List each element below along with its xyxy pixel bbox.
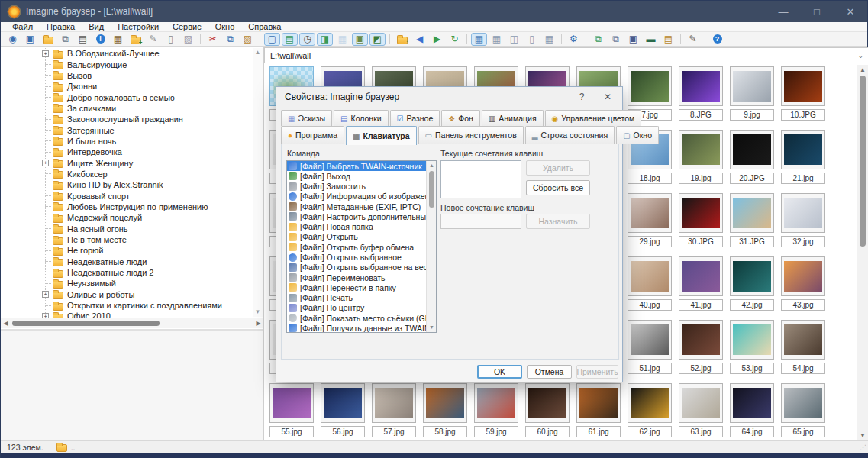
layout-tiles-button[interactable]: ▦	[541, 33, 557, 46]
expand-plus-icon[interactable]: +	[42, 50, 49, 57]
command-list-item[interactable]: [Файл] Настроить дополнительные про	[287, 211, 427, 221]
thumbnail-cell[interactable]: 42.jpg	[730, 256, 774, 311]
command-list-item[interactable]: [Файл] Информация об изображении	[287, 192, 427, 202]
tree-item[interactable]: Не в том месте	[1, 234, 253, 245]
command-list-item[interactable]: [Файл] По центру	[287, 303, 427, 313]
thumbnail-cell[interactable]: 40.jpg	[628, 256, 672, 311]
current-folder-cell[interactable]: ..	[50, 441, 82, 453]
tree-item[interactable]: Любовь Инструкция по применению	[1, 202, 253, 212]
capture-button[interactable]: ▣	[625, 33, 641, 46]
toggle-preview-button[interactable]: ◨	[317, 33, 333, 46]
expand-plus-icon[interactable]: +	[42, 160, 49, 166]
layout-thumbnails-button[interactable]: ▦	[471, 33, 487, 46]
tab-окно[interactable]: ▢Окно	[616, 126, 659, 144]
tree-item[interactable]: Неадекватные люди 2	[1, 267, 253, 278]
tab-клавиатура[interactable]: ▦Клавиатура	[346, 126, 416, 145]
copy-to-button[interactable]: ⧉	[57, 33, 73, 46]
thumbnail-cell[interactable]: 10.JPG	[781, 66, 825, 121]
thumbnail-cell[interactable]: 19.jpg	[679, 130, 723, 184]
new-folder-button[interactable]: +	[127, 33, 144, 46]
thumbnail-cell[interactable]: 59.jpg	[474, 383, 518, 437]
toggle-columns-button[interactable]: ▤	[282, 33, 298, 46]
menu-item-настройки[interactable]: Настройки	[111, 22, 166, 31]
tree-item[interactable]: Открытки и картинки с поздравлениями	[1, 300, 253, 311]
layout-small-button[interactable]: ▦	[489, 33, 505, 46]
menu-item-окно[interactable]: Окно	[208, 22, 242, 31]
tree-vertical-scrollbar[interactable]: ▲ ▼	[253, 48, 263, 317]
toggle-image-mode-button[interactable]: ◩	[369, 33, 386, 46]
address-dropdown-icon[interactable]: ⌄	[857, 52, 863, 60]
thumbnail-cell[interactable]: 65.jpg	[781, 383, 825, 437]
ok-button[interactable]: OK	[477, 365, 522, 379]
tree-item[interactable]: Интердевочка	[1, 147, 253, 157]
resize-grip[interactable]: ⋰	[860, 443, 866, 451]
help-button[interactable]: ?	[709, 33, 725, 46]
scroll-down-icon[interactable]: ▼	[857, 431, 868, 440]
view-button[interactable]: ◉	[5, 33, 21, 46]
scroll-up-icon[interactable]: ▲	[427, 161, 437, 170]
print-button[interactable]: ▤	[75, 33, 91, 46]
scroll-down-icon[interactable]: ▼	[427, 323, 437, 332]
grid-faint-button[interactable]: ▦	[334, 33, 350, 46]
tree-item[interactable]: +Оливье и роботы	[1, 289, 253, 300]
tree-item[interactable]: За спичками	[1, 103, 253, 114]
command-list-item[interactable]: [Файл] Выход	[287, 171, 427, 181]
thumbnail-cell[interactable]: 63.jpg	[679, 383, 723, 437]
tree-item[interactable]: Вальсирующие	[1, 59, 253, 69]
command-list-item[interactable]: [Файл] Открыть выбранное на весь экр	[287, 263, 427, 273]
tree-item[interactable]: Джонни	[1, 81, 253, 92]
thumbnail-cell[interactable]: 60.jpg	[525, 383, 570, 437]
forward-button[interactable]: ▶	[429, 33, 445, 46]
tab-фон[interactable]: ❖Фон	[441, 110, 480, 126]
thumbnail-cell[interactable]: 31.JPG	[730, 193, 774, 247]
tree-item[interactable]: Добро пожаловать в семью	[1, 92, 253, 102]
thumbnail-cell[interactable]: 20.JPG	[730, 130, 774, 184]
tab-программа[interactable]: ●Программа	[281, 126, 344, 144]
thumbnail-cell[interactable]: 43.jpg	[781, 256, 825, 311]
copy-button[interactable]: ⧉	[222, 33, 238, 46]
rename-button[interactable]: ✎	[145, 33, 161, 46]
thumbnail-cell[interactable]: 8.JPG	[679, 66, 723, 121]
scrollbar-thumb[interactable]	[860, 76, 866, 247]
thumbnail-cell[interactable]: 52.jpg	[679, 320, 723, 374]
scroll-left-icon[interactable]: ◀	[1, 318, 11, 328]
tab-строка-состояния[interactable]: ▂Строка состояния	[525, 126, 615, 144]
command-list-item[interactable]: [Файл] Открыть буфер обмена	[287, 242, 427, 252]
metadata-button[interactable]: ▦	[110, 33, 126, 46]
menu-item-вид[interactable]: Вид	[82, 22, 111, 31]
thumbnail-cell[interactable]: 56.jpg	[321, 383, 365, 437]
tree-item[interactable]: Вызов	[1, 70, 253, 81]
command-list-item[interactable]: [Файл] Новая папка	[287, 222, 427, 232]
address-bar[interactable]: L:\wall\wall ⌄	[264, 47, 868, 63]
multi-rename-button[interactable]: ▤	[660, 33, 676, 46]
tree-item[interactable]: +Ищите Женщину	[1, 157, 253, 168]
properties-button[interactable]: ▨	[180, 33, 196, 46]
cut-button[interactable]: ✂	[205, 33, 221, 46]
folder-up-button[interactable]: ↑	[394, 33, 410, 46]
scroll-down-icon[interactable]: ▼	[253, 308, 263, 317]
thumbnail-cell[interactable]: 57.jpg	[372, 383, 416, 437]
thumbnail-cell[interactable]: 62.jpg	[628, 383, 672, 437]
cancel-button[interactable]: Отмена	[527, 365, 572, 379]
thumbnail-cell[interactable]: 51.jpg	[628, 320, 672, 374]
draw-button[interactable]: ✎	[685, 33, 701, 46]
command-list-item[interactable]: [Файл] Открыть выбранное	[287, 252, 427, 262]
thumbnail-cell[interactable]: 58.jpg	[423, 383, 467, 437]
command-list-item[interactable]: [Файл] Получить данные из TWAIN-исто	[287, 323, 427, 333]
command-list-item[interactable]: [Файл] Печать	[287, 292, 427, 302]
scroll-up-icon[interactable]: ▲	[253, 48, 263, 57]
toggle-image-button[interactable]: ▣	[352, 33, 368, 46]
assign-button[interactable]: Назначить	[526, 214, 590, 229]
command-list-item[interactable]: [Файл] Показать место съёмки (GPS)	[287, 313, 427, 323]
toggle-folder-tree-button[interactable]: ▢	[264, 33, 280, 46]
expand-plus-icon[interactable]: +	[42, 291, 49, 298]
tree-horizontal-scrollbar[interactable]: ◀ ▶	[1, 318, 263, 328]
thumbnail-cell[interactable]: 53.jpg	[730, 320, 774, 374]
command-list-scrollbar[interactable]: ▲ ▼	[426, 161, 436, 332]
refresh-button[interactable]: ↻	[447, 33, 463, 46]
view-fullscreen-button[interactable]: ▣	[22, 33, 38, 46]
scroll-up-icon[interactable]: ▲	[857, 65, 868, 75]
tree-item[interactable]: Кикбоксер	[1, 169, 253, 179]
tab-панель-инструментов[interactable]: ▭Панель инструментов	[418, 126, 524, 144]
command-list-item[interactable]: [Файл] Метаданные (EXIF, IPTC)	[287, 202, 427, 211]
